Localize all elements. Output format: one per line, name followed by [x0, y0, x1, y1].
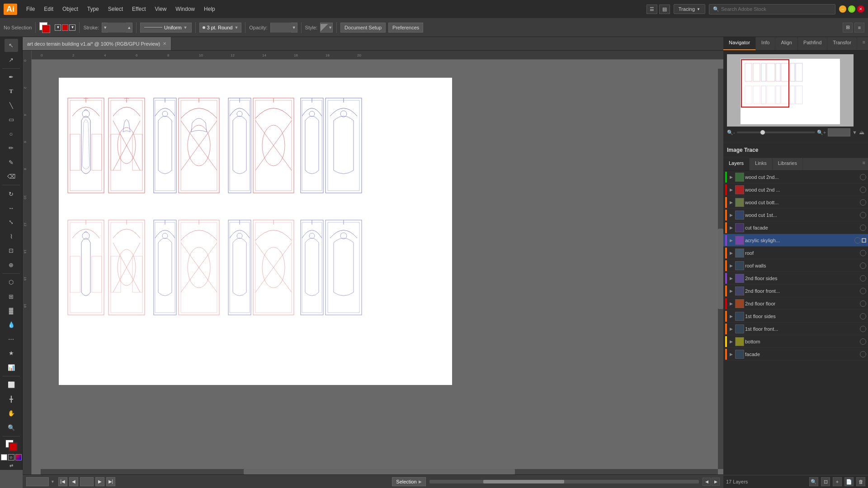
- zoom-slider[interactable]: [737, 131, 815, 133]
- zoom-in-icon[interactable]: 🔍+: [817, 130, 826, 136]
- menu-select[interactable]: Select: [104, 4, 127, 14]
- libraries-tab[interactable]: Libraries: [773, 158, 803, 170]
- layer-expand-btn[interactable]: ▶: [728, 338, 734, 345]
- layer-item[interactable]: ▶2nd floor floor: [723, 297, 868, 310]
- artboard-tool[interactable]: ⬜: [5, 378, 18, 391]
- layers-tab[interactable]: Layers: [723, 158, 750, 170]
- no-fill-btn[interactable]: ⊘: [8, 454, 14, 460]
- layer-item[interactable]: ▶wood cut 2nd ...: [723, 183, 868, 196]
- info-tab[interactable]: Info: [756, 37, 775, 50]
- stroke-down-btn[interactable]: ▼: [102, 25, 108, 30]
- layer-visibility-btn[interactable]: [860, 250, 866, 256]
- layer-visibility-btn[interactable]: [860, 351, 866, 357]
- eyedropper-tool[interactable]: 💧: [5, 318, 18, 331]
- make-clipping-mask-btn[interactable]: ⊡: [821, 477, 830, 486]
- style-swatch[interactable]: ▼: [320, 23, 333, 33]
- scroll-left-btn[interactable]: ◀: [703, 478, 711, 486]
- warp-tool[interactable]: ⌇: [5, 230, 18, 243]
- horizontal-scrollbar-thumb[interactable]: [244, 469, 514, 474]
- status-scrollbar-h[interactable]: [429, 480, 699, 483]
- layer-visibility-btn[interactable]: [860, 288, 866, 294]
- shape-builder-tool[interactable]: ⊕: [5, 258, 18, 272]
- fill-white-btn[interactable]: [1, 454, 7, 460]
- layer-expand-btn[interactable]: ▶: [728, 212, 734, 218]
- selection-tool[interactable]: ↖: [5, 39, 18, 52]
- layer-item[interactable]: ▶1st floor front...: [723, 323, 868, 335]
- slice-tool[interactable]: ╋: [5, 392, 18, 405]
- menu-effect[interactable]: Effect: [128, 4, 149, 14]
- layer-visibility-btn[interactable]: [860, 187, 866, 193]
- navigator-zoom-dropdown[interactable]: ▼: [852, 130, 857, 135]
- brush-tool[interactable]: ✏: [5, 141, 18, 155]
- perspective-tool[interactable]: ⬡: [5, 276, 18, 289]
- pathfinder-tab[interactable]: Pathfind: [798, 37, 827, 50]
- mesh-tool[interactable]: ⊞: [5, 290, 18, 303]
- layer-visibility-btn[interactable]: [860, 313, 866, 319]
- zoom-tool[interactable]: 🔍: [5, 421, 18, 434]
- layer-item[interactable]: ▶wood cut 2nd...: [723, 171, 868, 183]
- stroke-up-btn[interactable]: ▲: [126, 25, 132, 30]
- rect-tool[interactable]: ▭: [5, 113, 18, 126]
- stroke-style-preview[interactable]: Uniform ▼: [140, 23, 191, 33]
- links-tab[interactable]: Links: [750, 158, 773, 170]
- create-layer-btn[interactable]: 📄: [844, 477, 854, 486]
- graph-tool[interactable]: 📊: [5, 361, 18, 374]
- delete-layer-btn[interactable]: 🗑: [856, 477, 865, 486]
- layer-expand-btn[interactable]: ▶: [728, 187, 734, 193]
- layer-visibility-btn[interactable]: [860, 338, 866, 345]
- layer-expand-btn[interactable]: ▶: [728, 225, 734, 231]
- layer-item[interactable]: ▶roof walls: [723, 259, 868, 272]
- toggle-panel-btn[interactable]: ≡: [854, 23, 864, 33]
- close-button[interactable]: ✕: [857, 5, 864, 13]
- search-input[interactable]: [721, 6, 831, 12]
- status-zoom-input[interactable]: 100%: [26, 477, 49, 486]
- opacity-dropdown[interactable]: ▼: [291, 25, 297, 30]
- nav-first-btn[interactable]: |◀: [58, 477, 67, 486]
- layer-item[interactable]: ▶facade: [723, 348, 868, 361]
- layer-item[interactable]: ▶cut facade: [723, 221, 868, 234]
- horizontal-scrollbar[interactable]: [41, 469, 718, 474]
- style-dropdown-icon[interactable]: ▼: [328, 25, 332, 30]
- layer-item[interactable]: ▶bottom: [723, 335, 868, 348]
- nav-last-btn[interactable]: ▶|: [106, 477, 115, 486]
- menu-window[interactable]: Window: [172, 4, 198, 14]
- doc-setup-button[interactable]: Document Setup: [340, 23, 386, 33]
- ellipse-tool[interactable]: ○: [5, 127, 18, 141]
- arrange-view-btn[interactable]: ⊞: [843, 23, 853, 33]
- gradient-btn[interactable]: [15, 454, 22, 460]
- menu-type[interactable]: Type: [84, 4, 103, 14]
- layer-item[interactable]: ▶roof: [723, 247, 868, 259]
- canvas-area[interactable]: 0 2 4 6 8 10 12 14 16 18 20 0 2 4 6 8 10…: [23, 51, 723, 474]
- canvas-content[interactable]: [32, 60, 723, 474]
- create-sublayer-btn[interactable]: +: [833, 477, 842, 486]
- layer-visibility-btn[interactable]: [860, 212, 866, 218]
- artboard[interactable]: [59, 78, 452, 385]
- layer-visibility-btn[interactable]: [860, 174, 866, 180]
- zoom-out-icon[interactable]: 🔍-: [727, 130, 735, 136]
- maximize-button[interactable]: □: [848, 5, 855, 13]
- menu-help[interactable]: Help: [200, 4, 219, 14]
- layer-expand-btn[interactable]: ▶: [728, 326, 734, 332]
- layer-expand-btn[interactable]: ▶: [728, 199, 734, 206]
- menu-edit[interactable]: Edit: [40, 4, 57, 14]
- navigator-tab[interactable]: Navigator: [723, 37, 756, 50]
- pencil-tool[interactable]: ✎: [5, 155, 18, 169]
- vertical-scrollbar-thumb[interactable]: [718, 229, 723, 309]
- stroke-value[interactable]: 1 pt: [108, 23, 126, 33]
- vertical-scrollbar[interactable]: [718, 69, 723, 469]
- line-tool[interactable]: ╲: [5, 99, 18, 112]
- status-selection-display[interactable]: Selection ▶: [392, 477, 425, 486]
- direct-selection-tool[interactable]: ↗: [5, 53, 18, 66]
- brush-selector[interactable]: 3 pt. Round ▼: [199, 23, 242, 33]
- arrange-button[interactable]: ☰: [646, 5, 657, 14]
- layer-expand-btn[interactable]: ▶: [728, 263, 734, 269]
- blend-tool[interactable]: ⋯: [5, 333, 18, 346]
- menu-view[interactable]: View: [151, 4, 170, 14]
- stroke-style-dropdown[interactable]: ▼: [184, 25, 188, 30]
- layer-item[interactable]: ▶wood cut bott...: [723, 196, 868, 209]
- layer-expand-btn[interactable]: ▶: [728, 288, 734, 294]
- tracing-button[interactable]: Tracing ▼: [674, 4, 705, 14]
- eraser-tool[interactable]: ⌫: [5, 170, 18, 183]
- rotate-tool[interactable]: ↻: [5, 187, 18, 200]
- stroke-color-swatch[interactable]: [62, 24, 68, 31]
